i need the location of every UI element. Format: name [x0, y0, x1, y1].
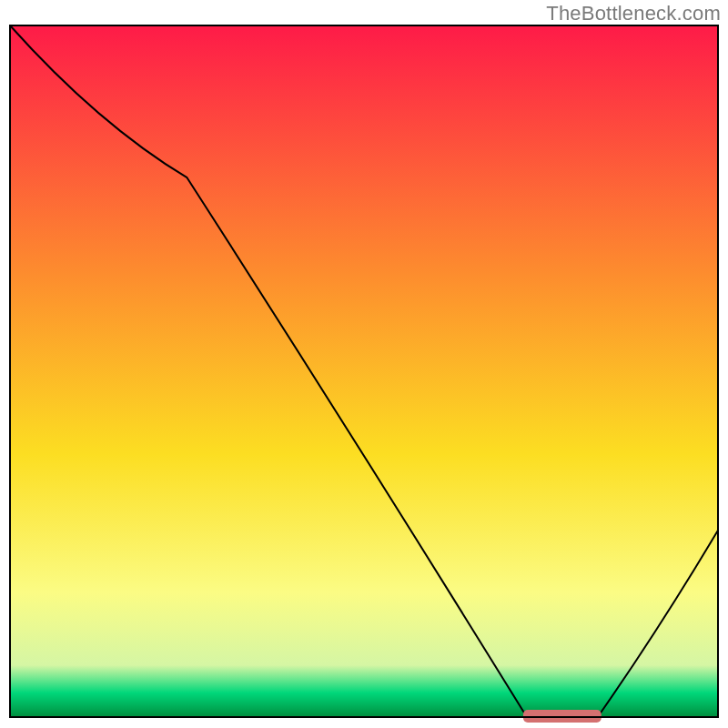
watermark-label: TheBottleneck.com	[546, 2, 721, 25]
svg-rect-0	[10, 25, 718, 717]
bottleneck-chart	[0, 0, 728, 728]
chart-canvas: TheBottleneck.com	[0, 0, 728, 728]
